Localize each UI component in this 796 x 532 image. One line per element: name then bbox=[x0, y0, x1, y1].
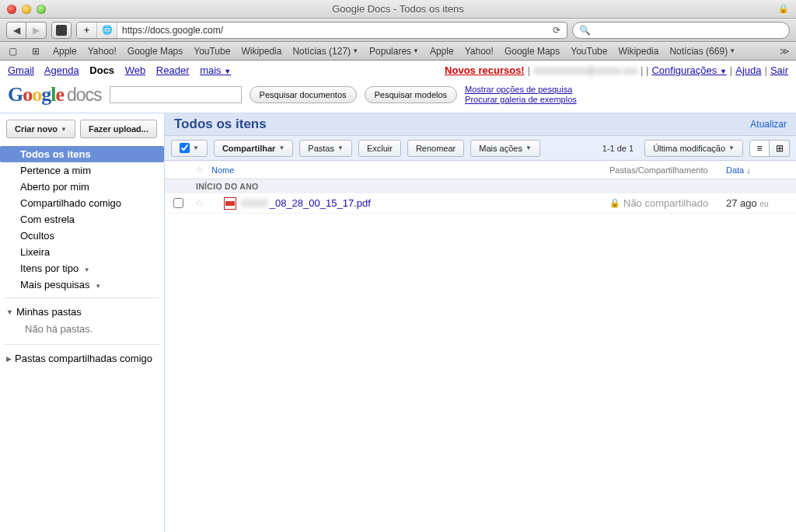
more-actions-button[interactable]: Mais ações▼ bbox=[470, 140, 540, 157]
pdf-icon bbox=[224, 197, 236, 210]
top-sites-icon[interactable]: ⊞ bbox=[30, 46, 42, 57]
date-column-header[interactable]: Data ↓ bbox=[726, 165, 751, 175]
bookmark-item[interactable]: Yahoo! bbox=[465, 46, 494, 57]
select-all-checkbox[interactable]: ▼ bbox=[171, 140, 208, 157]
name-column-header[interactable]: Nome bbox=[211, 165, 234, 175]
sidebar-item-hidden[interactable]: Ocultos bbox=[5, 228, 159, 244]
row-sharing: 🔒 Não compartilhado bbox=[609, 197, 726, 209]
show-search-options-link[interactable]: Mostrar opções de pesquisa bbox=[465, 85, 577, 95]
minimize-window-button[interactable] bbox=[22, 5, 31, 14]
bookmark-folder[interactable]: Notícias (127)▼ bbox=[292, 46, 358, 57]
add-bookmark-button[interactable]: + bbox=[77, 23, 97, 38]
sidebar: Criar novo▼ Fazer upload... Todos os ite… bbox=[0, 113, 165, 532]
google-docs-logo[interactable]: Google docs bbox=[8, 83, 102, 106]
sidebar-item-opened[interactable]: Aberto por mim bbox=[5, 179, 159, 195]
google-bar: Gmail Agenda Docs Web Reader mais ▼ Novo… bbox=[0, 61, 796, 80]
lock-icon: 🔒 bbox=[778, 4, 789, 14]
bookmark-item[interactable]: Apple bbox=[430, 46, 454, 57]
grid-view-button[interactable]: ⊞ bbox=[770, 140, 790, 157]
share-column-header[interactable]: Pastas/Compartilhamento bbox=[609, 165, 726, 175]
browse-template-gallery-link[interactable]: Procurar galeria de exemplos bbox=[465, 95, 577, 105]
column-headers: ☆ Nome Pastas/Compartilhamento Data ↓ bbox=[165, 161, 796, 179]
list-view-button[interactable]: ≡ bbox=[749, 140, 770, 157]
forward-button[interactable]: ▶ bbox=[26, 22, 47, 39]
gbar-gmail[interactable]: Gmail bbox=[8, 64, 34, 76]
row-checkbox[interactable] bbox=[173, 198, 183, 208]
table-row: ☆ XXXX_08_28_00_15_17.pdf 🔒 Não comparti… bbox=[165, 193, 796, 214]
page-title: Todos os itens bbox=[174, 116, 267, 132]
create-new-button[interactable]: Criar novo▼ bbox=[6, 120, 75, 138]
url-input[interactable] bbox=[117, 25, 546, 36]
close-window-button[interactable] bbox=[7, 5, 16, 14]
logo-product: docs bbox=[67, 85, 102, 106]
sidebar-item-starred[interactable]: Com estrela bbox=[5, 211, 159, 228]
upload-button[interactable]: Fazer upload... bbox=[80, 120, 157, 138]
app-header: Google docs Pesquisar documentos Pesquis… bbox=[0, 80, 796, 113]
gbar-more[interactable]: mais ▼ bbox=[200, 64, 231, 76]
row-date: 27 ago eu bbox=[726, 197, 796, 209]
docs-search-input[interactable] bbox=[110, 86, 242, 103]
address-bar: + 🌐 ⟳ bbox=[76, 22, 567, 39]
search-templates-button[interactable]: Pesquisar modelos bbox=[365, 86, 458, 103]
zoom-window-button[interactable] bbox=[37, 5, 46, 14]
view-toggle: ≡ ⊞ bbox=[749, 140, 790, 157]
bookmark-folder[interactable]: Populares▼ bbox=[369, 46, 419, 57]
site-identity-button[interactable]: 🌐 bbox=[97, 23, 117, 38]
help-link[interactable]: Ajuda bbox=[735, 64, 761, 76]
content-pane: Todos os itens Atualizar ▼ Compartilhar▼… bbox=[165, 113, 796, 532]
bookmark-item[interactable]: YouTube bbox=[194, 46, 230, 57]
elephant-icon bbox=[56, 25, 67, 36]
gbar-reader[interactable]: Reader bbox=[156, 64, 190, 76]
private-icon: 🔒 bbox=[609, 198, 620, 208]
bookmarks-overflow[interactable]: ≫ bbox=[780, 46, 790, 57]
bookmark-item[interactable]: YouTube bbox=[571, 46, 607, 57]
window-title: Google Docs - Todos os itens bbox=[332, 3, 464, 15]
star-column[interactable]: ☆ bbox=[191, 165, 208, 175]
content-header: Todos os itens Atualizar bbox=[165, 113, 796, 136]
traffic-lights bbox=[7, 5, 46, 14]
search-documents-button[interactable]: Pesquisar documentos bbox=[250, 86, 357, 103]
sort-button[interactable]: Última modificação▼ bbox=[644, 140, 743, 157]
main-area: Criar novo▼ Fazer upload... Todos os ite… bbox=[0, 113, 796, 532]
sidebar-item-trash[interactable]: Lixeira bbox=[5, 244, 159, 260]
bookmark-item[interactable]: Wikipedia bbox=[618, 46, 658, 57]
sidebar-item-by-type[interactable]: Itens por tipo ▼ bbox=[5, 260, 159, 276]
bookmark-item[interactable]: Yahoo! bbox=[88, 46, 117, 57]
reload-button[interactable]: ⟳ bbox=[546, 25, 567, 36]
gbar-docs[interactable]: Docs bbox=[89, 64, 114, 76]
sidebar-item-owned[interactable]: Pertence a mim bbox=[5, 162, 159, 179]
file-name-link[interactable]: XXXX_08_28_00_15_17.pdf bbox=[241, 197, 609, 209]
account-email[interactable]: xxxxxxxxxxx@xxxxx.xxx bbox=[533, 64, 637, 76]
bookmark-item[interactable]: Google Maps bbox=[127, 46, 183, 57]
folders-button[interactable]: Pastas▼ bbox=[299, 140, 352, 157]
share-button[interactable]: Compartilhar▼ bbox=[214, 140, 293, 157]
settings-link[interactable]: Configurações ▼ bbox=[651, 64, 726, 76]
delete-button[interactable]: Excluir bbox=[358, 140, 401, 157]
search-icon: 🔍 bbox=[579, 25, 591, 36]
bookmark-item[interactable]: Google Maps bbox=[504, 46, 560, 57]
my-folders-header[interactable]: ▼Minhas pastas bbox=[5, 303, 159, 321]
bookmark-item[interactable]: Wikipedia bbox=[241, 46, 281, 57]
group-header: INÍCIO DO ANO bbox=[165, 179, 796, 193]
content-toolbar: ▼ Compartilhar▼ Pastas▼ Excluir Renomear… bbox=[165, 136, 796, 161]
bookmark-item[interactable]: Apple bbox=[53, 46, 77, 57]
browser-toolbar: ◀ ▶ + 🌐 ⟳ 🔍 bbox=[0, 19, 796, 42]
row-star[interactable]: ☆ bbox=[191, 197, 208, 209]
back-button[interactable]: ◀ bbox=[6, 22, 26, 39]
evernote-button[interactable] bbox=[51, 22, 72, 39]
gbar-agenda[interactable]: Agenda bbox=[44, 64, 79, 76]
refresh-link[interactable]: Atualizar bbox=[750, 119, 787, 130]
new-features-link[interactable]: Novos recursos! bbox=[445, 64, 525, 76]
no-folders-text: Não há pastas. bbox=[5, 321, 159, 339]
bookmark-folder[interactable]: Notícias (669)▼ bbox=[669, 46, 735, 57]
master-checkbox[interactable] bbox=[180, 143, 190, 153]
sidebar-item-shared[interactable]: Compartilhado comigo bbox=[5, 195, 159, 211]
sidebar-item-more-searches[interactable]: Mais pesquisas ▼ bbox=[5, 276, 159, 293]
gbar-web[interactable]: Web bbox=[125, 64, 146, 76]
browser-search-field[interactable]: 🔍 bbox=[572, 22, 790, 39]
signout-link[interactable]: Sair bbox=[770, 64, 788, 76]
sidebar-item-all[interactable]: Todos os itens bbox=[0, 146, 164, 162]
rename-button[interactable]: Renomear bbox=[407, 140, 464, 157]
shared-folders-header[interactable]: ▶Pastas compartilhadas comigo bbox=[5, 349, 159, 367]
show-bookmarks-icon[interactable]: ▢ bbox=[6, 46, 19, 57]
